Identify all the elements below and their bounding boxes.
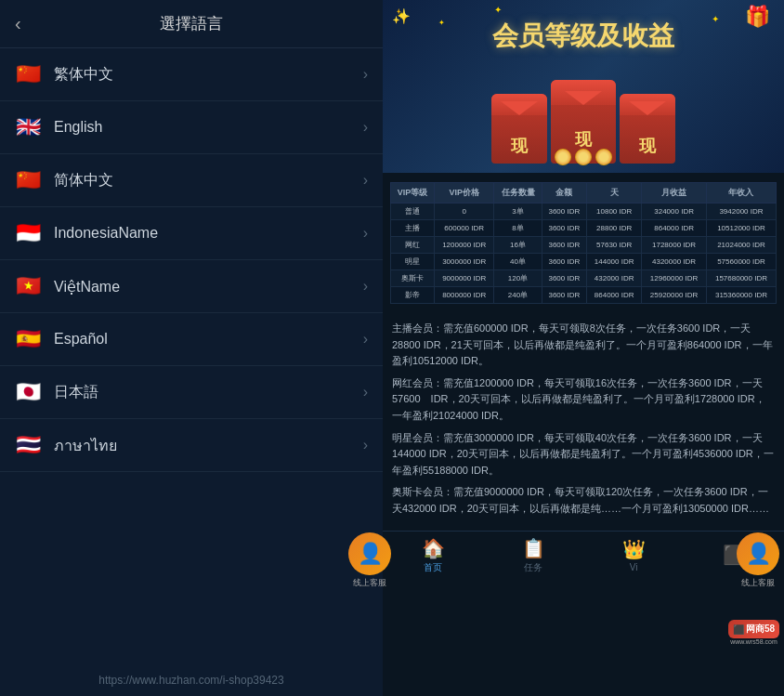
flag-icon: 🇨🇳 (15, 61, 41, 87)
cs-label-right: 线上客服 (741, 577, 775, 589)
lang-item-vn[interactable]: 🇻🇳ViệtName› (0, 260, 383, 313)
brand-box: ⬛ 网商58 (728, 620, 779, 638)
star-icon: ✦ (494, 5, 502, 15)
table-row: 普通03单3600 IDR10800 IDR324000 IDR3942000 … (391, 204, 777, 220)
bottom-nav: 🏠 首页 📋 任务 👑 Vi ⬛ (383, 531, 784, 578)
description-paragraph: 明星会员：需充值3000000 IDR，每天可领取40次任务，一次任务3600 … (392, 430, 775, 479)
brand-sub: www.wrs58.com (728, 638, 779, 645)
table-cell: 324000 IDR (642, 204, 707, 220)
table-cell: 8单 (494, 220, 542, 237)
table-cell: 8000000 IDR (435, 287, 494, 304)
envelope-char: 现 (639, 135, 656, 157)
left-watermark: https://www.huzhan.com/i-shop39423 (0, 664, 383, 696)
table-cell: 3600 IDR (542, 254, 587, 270)
brand-icon: ⬛ (733, 624, 744, 635)
table-header-row: VIP等级VIP价格任务数量金额天月收益年收入 (391, 183, 777, 204)
lang-item-es[interactable]: 🇪🇸Español› (0, 313, 383, 366)
coin-icon (575, 149, 592, 165)
table-row: 奥斯卡9000000 IDR120单3600 IDR432000 IDR1296… (391, 270, 777, 287)
cs-icon-left: 👤 (383, 532, 391, 575)
table-cell: 120单 (494, 270, 542, 287)
table-cell: 240单 (494, 287, 542, 304)
cs-icon-right: 👤 (737, 532, 779, 575)
lang-item-zh-tw[interactable]: 🇨🇳繁体中文› (0, 48, 383, 101)
flag-icon: 🇨🇳 (15, 167, 41, 193)
language-select-header: ‹ 選擇語言 (0, 0, 383, 48)
table-cell: 4320000 IDR (642, 254, 707, 270)
envelope-top (491, 94, 547, 115)
vi-label: Vi (630, 562, 638, 572)
table-cell: 影帝 (391, 287, 435, 304)
table-cell: 3600 IDR (542, 270, 587, 287)
envelope-char: 现 (575, 128, 592, 151)
table-cell: 600000 IDR (435, 220, 494, 237)
table-cell: 864000 IDR (642, 220, 707, 237)
cs-bubble-left[interactable]: 👤 线上客服 (383, 532, 391, 589)
chevron-right-icon: › (363, 331, 368, 348)
table-cell: 3600 IDR (542, 204, 587, 220)
flag-icon: 🇬🇧 (15, 114, 41, 140)
table-cell: 25920000 IDR (642, 287, 707, 304)
table-cell: 21024000 IDR (706, 237, 776, 254)
brand-badge: ⬛ 网商58 www.wrs58.com (728, 620, 779, 645)
nav-home[interactable]: 🏠 首页 (422, 537, 445, 574)
lang-item-en[interactable]: 🇬🇧English› (0, 101, 383, 154)
table-cell: 1728000 IDR (642, 237, 707, 254)
description-paragraph: 主播会员：需充值600000 IDR，每天可领取8次任务，一次任务3600 ID… (392, 321, 775, 370)
table-cell: 主播 (391, 220, 435, 237)
table-cell: 28800 IDR (587, 220, 642, 237)
table-cell: 3600 IDR (542, 237, 587, 254)
flag-icon: 🇯🇵 (15, 379, 41, 405)
language-list: 🇨🇳繁体中文›🇬🇧English›🇨🇳简体中文›🇮🇩IndonesiaName›… (0, 48, 383, 664)
envelope-right: 现 (620, 94, 675, 164)
back-button[interactable]: ‹ (15, 13, 21, 34)
banner: ✦ ✦ ✦ ✦ ✦ 🎁 ✨ 会员等级及收益 现 现 现 (383, 0, 784, 173)
table-cell: 40单 (494, 254, 542, 270)
table-cell: 网红 (391, 237, 435, 254)
lang-item-th[interactable]: 🇹🇭ภาษาไทย› (0, 419, 383, 472)
table-cell: 157680000 IDR (706, 270, 776, 287)
chevron-right-icon: › (363, 384, 368, 401)
nav-tasks[interactable]: 📋 任务 (522, 537, 545, 574)
cs-bubble-right[interactable]: 👤 线上客服 (737, 532, 779, 589)
brand-text: 网商58 (746, 623, 775, 636)
table-cell: 3000000 IDR (435, 254, 494, 270)
lang-item-ja[interactable]: 🇯🇵日本語› (0, 366, 383, 419)
table-cell: 10800 IDR (587, 204, 642, 220)
lang-name: 简体中文 (54, 171, 363, 190)
tasks-label: 任务 (524, 561, 542, 574)
table-header-cell: 任务数量 (494, 183, 542, 204)
lang-name: Español (54, 331, 363, 348)
table-header-cell: 年收入 (706, 183, 776, 204)
table-cell: 432000 IDR (587, 270, 642, 287)
table-row: 网红1200000 IDR16单3600 IDR57630 IDR1728000… (391, 237, 777, 254)
table-cell: 57560000 IDR (706, 254, 776, 270)
lang-item-zh-cn[interactable]: 🇨🇳简体中文› (0, 154, 383, 207)
table-cell: 明星 (391, 254, 435, 270)
chevron-right-icon: › (363, 172, 368, 189)
vip-table: VIP等级VIP价格任务数量金额天月收益年收入 普通03单3600 IDR108… (390, 182, 777, 304)
table-row: 主播600000 IDR8单3600 IDR28800 IDR864000 ID… (391, 220, 777, 237)
chevron-right-icon: › (363, 66, 368, 83)
flag-icon: 🇻🇳 (15, 273, 41, 299)
right-panel: ✦ ✦ ✦ ✦ ✦ 🎁 ✨ 会员等级及收益 现 现 现 (383, 0, 784, 696)
table-header-cell: 金额 (542, 183, 587, 204)
table-cell: 12960000 IDR (642, 270, 707, 287)
nav-vi[interactable]: 👑 Vi (622, 538, 646, 572)
table-cell: 57630 IDR (587, 237, 642, 254)
home-label: 首页 (424, 561, 442, 574)
description-paragraph: 网红会员：需充值1200000 IDR，每天可领取16次任务，一次任务3600 … (392, 375, 775, 425)
envelope-top (620, 94, 675, 115)
vip-table-container: VIP等级VIP价格任务数量金额天月收益年收入 普通03单3600 IDR108… (383, 173, 784, 313)
header-title: 選擇語言 (160, 13, 223, 34)
lang-item-id[interactable]: 🇮🇩IndonesiaName› (0, 207, 383, 260)
home-icon: 🏠 (422, 537, 445, 559)
lang-name: 繁体中文 (54, 65, 363, 85)
table-cell: 144000 IDR (587, 254, 642, 270)
flag-icon: 🇪🇸 (15, 326, 41, 352)
envelope-top (551, 80, 616, 105)
table-row: 明星3000000 IDR40单3600 IDR144000 IDR432000… (391, 254, 777, 270)
table-cell: 3942000 IDR (706, 204, 776, 220)
coins-row (555, 149, 612, 165)
lang-name: ViệtName (54, 278, 363, 295)
